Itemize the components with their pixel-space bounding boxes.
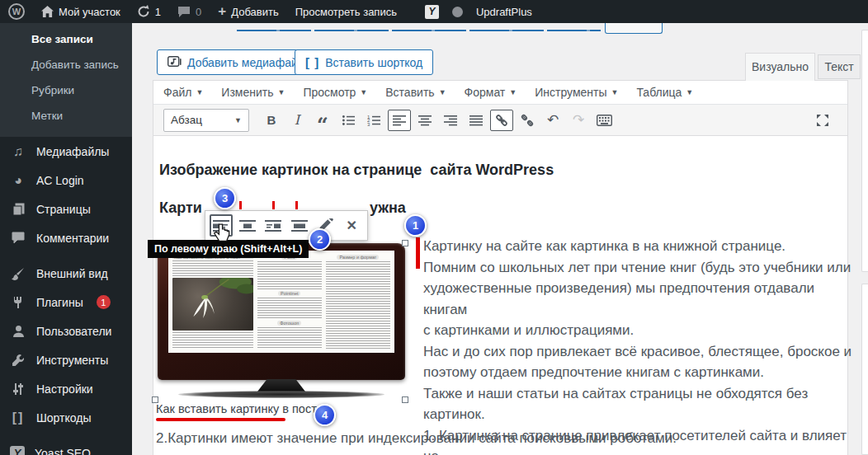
blockquote-button[interactable]: “ [311,110,334,131]
comments-icon [177,6,191,18]
view-post-link[interactable]: Просмотреть запись [287,0,405,23]
sidebar-item-media[interactable]: ♫ Медиафайлы [0,137,132,166]
image-align-none-button[interactable] [288,214,311,237]
bullet-list-button[interactable] [337,110,360,131]
admin-sidebar: Все записи Добавить запись Рубрики Метки… [0,23,132,455]
sidebar-item-label: Настройки [36,382,93,396]
plugins-update-badge: 1 [97,295,111,309]
pages-icon [10,203,26,216]
wp-logo-menu[interactable]: W [0,0,33,23]
keyboard-shortcuts-button[interactable] [592,110,616,131]
chevron-down-icon: ▼ [360,88,367,96]
new-content-label: Добавить [231,6,278,18]
plus-icon: + [218,3,226,20]
menu-tools[interactable]: Инструменты▼ [535,86,618,99]
sidebar-item-label: Плагины [36,296,83,309]
sidebar-item-label: Пользователи [36,325,111,338]
status-dot-menu[interactable] [447,0,468,23]
image-align-center-button[interactable] [236,214,259,237]
updraftplus-menu[interactable]: UpdraftPlus [468,0,540,23]
menu-format[interactable]: Формат▼ [465,86,517,99]
sidebar-item-all-posts[interactable]: Все записи [0,26,132,52]
chevron-down-icon: ▼ [196,88,203,96]
ac-login-icon: ◕ [10,173,26,188]
insert-shortcode-label: Вставить шорткод [325,56,422,69]
sidebar-item-tools[interactable]: Инструменты [0,345,132,374]
undo-button[interactable]: ↶ [541,110,564,131]
chevron-down-icon: ▼ [509,88,517,96]
sidebar-item-shortcodes[interactable]: [] Шорткоды [0,403,132,432]
numbered-list-button[interactable]: 123 [362,110,385,131]
comments-icon [10,232,26,244]
chevron-down-icon: ▼ [234,116,242,124]
sidebar-item-label: Шорткоды [36,411,92,425]
gray-dot-icon [452,7,463,17]
red-underline-annotation [156,418,285,421]
sidebar-item-add-post[interactable]: Добавить запись [0,52,132,77]
image-remove-button[interactable]: ✕ [340,214,363,237]
screen-text-lines [257,327,322,349]
align-center-button[interactable] [413,110,436,131]
monitor-frame: Как вставить картинку в пост [158,243,405,380]
menu-table[interactable]: Таблица▼ [636,86,693,99]
sidebar-item-ac-login[interactable]: ◕ AC Login [0,166,132,195]
tab-visual[interactable]: Визуально [745,53,815,81]
home-icon [41,6,54,17]
permalink-edit-button-remnant[interactable] [605,23,663,34]
screen-list-lines [172,332,253,349]
menu-separator [0,252,132,259]
align-right-button[interactable] [439,110,462,131]
resize-handle-bottom-right[interactable] [402,396,408,403]
chevron-down-icon: ▼ [439,88,446,96]
sidebar-item-settings[interactable]: Настройки [0,374,132,403]
post-heading-2-right-fragment: ужна [370,199,406,217]
editor-content-area[interactable]: Изображение картинок на странице сайта W… [153,137,847,455]
sidebar-item-tags[interactable]: Метки [0,103,132,129]
resize-handle-top-right[interactable] [402,240,408,246]
italic-button[interactable]: I [285,110,309,131]
red-tick-annotation [295,201,298,209]
sidebar-item-plugins[interactable]: Плагины 1 [0,288,132,317]
shortcode-brackets-icon: [ ] [305,55,319,69]
site-name-menu[interactable]: Мой участок [33,0,129,23]
image-align-right-button[interactable] [262,214,285,237]
fullscreen-button[interactable] [811,110,834,131]
justify-button[interactable] [465,110,488,131]
unlink-button[interactable] [516,110,539,131]
paragraph-format-select[interactable]: Абзац ▼ [163,109,249,132]
sidebar-item-yoast-seo[interactable]: Y Yoast SEO [0,439,132,455]
align-left-button[interactable] [388,110,411,131]
tab-text[interactable]: Текст [818,54,861,79]
post-image-monitor[interactable]: Как вставить картинку в пост [158,243,405,400]
new-content-menu[interactable]: + Добавить [210,0,286,23]
users-icon [10,325,26,338]
menu-view[interactable]: Просмотр▼ [303,86,367,99]
menu-file[interactable]: Файл▼ [163,86,203,99]
comments-menu[interactable]: 0 [169,0,210,23]
resize-handle-bottom-left[interactable] [152,396,158,403]
sidebar-item-appearance[interactable]: Внешний вид [0,259,132,288]
link-button[interactable] [490,110,513,131]
menu-insert[interactable]: Вставить▼ [385,86,446,99]
sidebar-item-categories[interactable]: Рубрики [0,77,132,103]
sidebar-item-comments[interactable]: Комментарии [0,223,132,252]
post-heading-1: Изображение картинок на странице сайта W… [159,162,554,179]
yoast-menu[interactable]: Y [417,0,447,23]
screen-text-lines [326,261,390,349]
editor-menubar: Файл▼ Изменить▼ Просмотр▼ Вставить▼ Форм… [153,81,847,105]
permalink-url-remnant[interactable] [237,30,601,31]
main-content: Добавить медиафайл [ ] Вставить шорткод … [132,23,868,455]
screen-col2-badge2: Фотошоп [277,321,301,326]
insert-shortcode-button[interactable]: [ ] Вставить шорткод [295,49,433,75]
monitor-screen: Как вставить картинку в пост [168,251,394,353]
menu-edit[interactable]: Изменить▼ [221,86,285,99]
updates-menu[interactable]: 1 [129,0,169,23]
sidebar-item-pages[interactable]: Страницы [0,195,132,223]
redo-button[interactable]: ↷ [567,110,590,131]
wordpress-logo-icon: W [8,3,25,20]
bold-button[interactable]: B [260,110,283,131]
sidebar-item-users[interactable]: Пользователи [0,317,132,345]
add-media-button[interactable]: Добавить медиафайл [157,49,315,75]
editor-panel: Файл▼ Изменить▼ Просмотр▼ Вставить▼ Форм… [153,80,848,455]
chevron-down-icon: ▼ [278,88,285,96]
